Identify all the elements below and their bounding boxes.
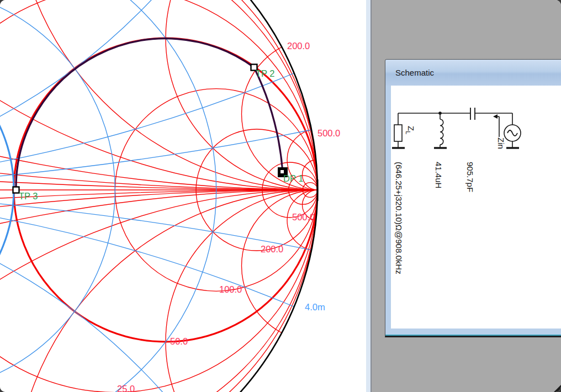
inductor-coil — [440, 119, 443, 145]
load-value-label: (646.25+j320.10)Ω@908.0kHz — [394, 162, 404, 274]
resize-grip[interactable] — [554, 385, 561, 392]
point-label-tp-3: TP 3 — [19, 191, 38, 201]
inductor-value-label: 41.4uH — [434, 162, 443, 188]
load-designator: ZL — [403, 126, 416, 134]
series-capacitor-component[interactable] — [470, 108, 475, 120]
zin-label: Zin — [496, 137, 506, 149]
point-label-tp-2: TP 2 — [256, 68, 275, 78]
circuit-drawing — [391, 86, 561, 329]
chart-axis-label: 200.0 — [261, 244, 283, 254]
chart-axis-label: 200.0 — [287, 41, 310, 51]
marker-tp-3[interactable] — [13, 187, 19, 193]
chart-axis-label: 100.0 — [219, 284, 242, 294]
schematic-title: Schematic — [395, 68, 434, 77]
arrowhead-icon — [493, 114, 498, 119]
panel-splitter[interactable] — [366, 0, 372, 392]
schematic-titlebar[interactable]: Schematic — [385, 60, 561, 86]
chart-axis-label: 500.0 — [292, 212, 315, 222]
schematic-canvas[interactable]: ZL (646.25+j320.10)Ω@908.0kHz 41.4uH 905… — [391, 86, 561, 329]
smith-chart[interactable]: DP 1TP 2TP 3200.0500.0500.0200.0100.050.… — [0, 0, 366, 392]
chart-axis-label: 50.0 — [170, 336, 188, 346]
point-label-dp-1: DP 1 — [283, 173, 303, 183]
sine-icon — [507, 130, 517, 136]
chart-axis-label: 4.0m — [305, 302, 325, 312]
shunt-inductor-component[interactable] — [434, 112, 447, 148]
schematic-window: Schematic — [385, 59, 561, 337]
chart-axis-label: 500.0 — [317, 128, 340, 138]
capacitor-value-label: 905.7pF — [465, 162, 475, 192]
capacitor-plates — [470, 108, 475, 120]
zin-arrow — [493, 114, 499, 137]
app-window: DP 1TP 2TP 3200.0500.0500.0200.0100.050.… — [0, 0, 561, 392]
chart-axis-label: 25.0 — [117, 384, 135, 392]
chart-grid — [0, 0, 366, 392]
source-component[interactable] — [504, 113, 521, 148]
smith-chart-panel[interactable]: DP 1TP 2TP 3200.0500.0500.0200.0100.050.… — [0, 0, 366, 392]
